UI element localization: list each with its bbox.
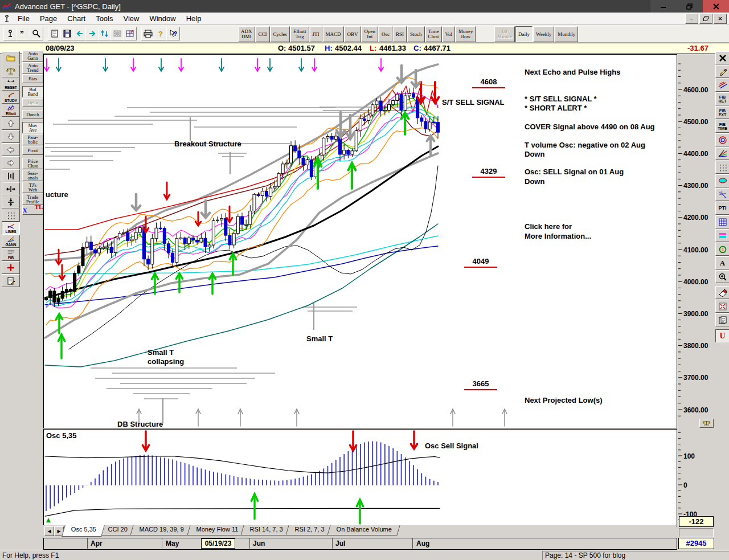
indicator-adx-dmi[interactable]: ADX DMI (238, 26, 255, 42)
indicator-time-clust[interactable]: Time Clust (425, 26, 442, 42)
rotate-icon[interactable]: 1 (715, 243, 729, 256)
study-bias[interactable]: Bias (22, 74, 43, 83)
arrow-right-icon[interactable] (2, 156, 20, 169)
tab-osc-5-35[interactable]: Osc 5,35 (62, 525, 105, 537)
title-bar[interactable]: Advanced GET - [^GSPC, Daily] (0, 0, 729, 13)
tab-on-balance-volume[interactable]: On Balance Volume (327, 525, 400, 536)
menu-chart[interactable]: Chart (62, 13, 91, 24)
date-axis[interactable]: AprMayJunJulAug05/19/23 (43, 538, 677, 550)
indicator-cycles[interactable]: Cycles (271, 26, 290, 42)
axis-scales-icon[interactable] (699, 419, 714, 428)
grid-icon[interactable] (715, 161, 729, 174)
study-tj-s-web[interactable]: TJ's Web (22, 182, 43, 193)
tab-macd-19-39-9[interactable]: MACD 19, 39, 9 (130, 525, 193, 536)
price-chart-panel[interactable]: 4608432940493665uctureBreakout Structure… (43, 54, 677, 428)
indicator-elliott-trig[interactable]: Elliott Trig (290, 26, 309, 42)
open-folder-icon[interactable] (2, 51, 20, 64)
timeframe-daily[interactable]: Daily (515, 26, 533, 42)
study-seas--onals[interactable]: Seas- onals (22, 170, 43, 181)
fan-lines-icon[interactable] (715, 147, 729, 160)
tile-disabled-icon[interactable] (110, 27, 124, 40)
fib-extension-button[interactable]: FIB EXT (715, 106, 729, 119)
indicator-stoch[interactable]: Stoch (407, 26, 425, 42)
study-mov-ave[interactable]: Mov Ave (22, 122, 43, 133)
indicator-vol[interactable]: Vol (443, 26, 455, 42)
ellipse-icon[interactable] (715, 174, 729, 187)
save-icon[interactable] (60, 27, 74, 40)
menu-page[interactable]: Page (35, 13, 62, 24)
bar-shift-icon[interactable] (2, 169, 20, 182)
timeframe-60-minute[interactable]: 60 Minute (494, 26, 515, 42)
next-page-icon[interactable] (85, 27, 99, 40)
indicator-cci[interactable]: CCI (256, 26, 270, 42)
timeframe-monthly[interactable]: Monthly (555, 26, 578, 42)
selected-date-box[interactable]: 05/19/23 (201, 538, 235, 549)
study-xtl[interactable]: XTL (22, 206, 43, 215)
lines-icon[interactable]: LINES (2, 222, 20, 235)
close-tool-icon[interactable] (715, 51, 729, 64)
gann-icon[interactable]: GANN (2, 235, 20, 248)
study-auto-gann[interactable]: Auto Gann (22, 50, 43, 62)
tab-rsi-2-7-3[interactable]: RSI 2, 7, 3 (286, 525, 333, 536)
menu-file[interactable]: File (13, 13, 35, 24)
minimize-button[interactable] (650, 0, 677, 13)
mdi-restore-button[interactable] (699, 14, 712, 24)
reset-icon[interactable]: RESET (2, 77, 20, 91)
arrow-left-icon[interactable] (2, 143, 20, 156)
notes-icon[interactable] (715, 313, 729, 326)
indicator-jti[interactable]: JTI (310, 26, 322, 42)
tab-money-flow-11[interactable]: Money Flow 11 (187, 525, 247, 536)
regression-lines-icon[interactable] (715, 188, 729, 201)
study-pivot[interactable]: Pivot (22, 146, 43, 155)
quote-icon[interactable]: ” (17, 27, 30, 40)
timeframe-weekly[interactable]: Weekly (533, 26, 554, 42)
study-delta[interactable]: Delta (22, 98, 43, 107)
properties-icon[interactable] (2, 274, 20, 287)
price-axis[interactable]: 4600.004500.004400.004300.004200.004100.… (678, 54, 714, 427)
study-donch[interactable]: Donch (22, 110, 43, 119)
indicator-osc[interactable]: Osc (379, 26, 392, 42)
menu-tools[interactable]: Tools (91, 13, 118, 24)
prev-page-icon[interactable] (73, 27, 87, 40)
study-bol-band[interactable]: Bol Band (22, 86, 43, 97)
fib-time-button[interactable]: FIB TIME (715, 120, 729, 133)
expand-horizontal-icon[interactable] (2, 182, 20, 195)
new-page-icon[interactable] (48, 27, 62, 40)
magnet-tool-button[interactable]: U (715, 329, 729, 342)
restore-button[interactable] (677, 0, 703, 13)
print-icon[interactable] (141, 27, 155, 40)
scales-icon[interactable] (2, 64, 20, 77)
fib-circle-icon[interactable] (715, 133, 729, 146)
update-icon[interactable] (98, 27, 112, 40)
red-cross-icon[interactable] (2, 261, 20, 274)
search-icon[interactable] (30, 27, 43, 40)
indicator-rsi[interactable]: RSI (393, 26, 407, 42)
context-help-icon[interactable]: ? (166, 27, 180, 40)
oscillator-axis[interactable]: 1000-100 (678, 429, 714, 526)
indicator-macd[interactable]: MACD (323, 26, 344, 42)
indicator-open-int[interactable]: Open Int (362, 26, 379, 42)
arrow-down-icon[interactable] (2, 130, 20, 143)
menu-view[interactable]: View (118, 13, 144, 24)
blue-grid-icon[interactable] (715, 215, 729, 228)
resize-icon[interactable] (715, 300, 729, 313)
menu-help[interactable]: Help (181, 13, 207, 24)
study-auto-trend[interactable]: Auto Trend (22, 62, 43, 73)
close-button[interactable] (703, 0, 729, 13)
parallel-lines-icon[interactable] (715, 79, 729, 92)
pencil-icon[interactable] (715, 65, 729, 78)
oscillator-panel[interactable]: Osc 5,35Osc Sell Signal (43, 429, 677, 526)
tile-color-icon[interactable] (123, 27, 137, 40)
elliott-icon[interactable]: Elliott (2, 104, 20, 117)
mdi-minimize-button[interactable]: – (685, 14, 698, 24)
child-window-icon[interactable] (3, 15, 10, 23)
fib-retracement-button[interactable]: FIB RET (715, 92, 729, 105)
dot-grid-icon[interactable] (2, 209, 20, 222)
help-icon[interactable]: ? (154, 27, 167, 40)
arrow-up-icon[interactable] (2, 117, 20, 130)
text-tool-button[interactable]: A (715, 256, 729, 269)
indicator-obv[interactable]: OBV (345, 26, 361, 42)
menu-window[interactable]: Window (144, 13, 181, 24)
study-icon[interactable]: STUDY (2, 91, 20, 104)
pin-icon[interactable] (3, 27, 17, 40)
